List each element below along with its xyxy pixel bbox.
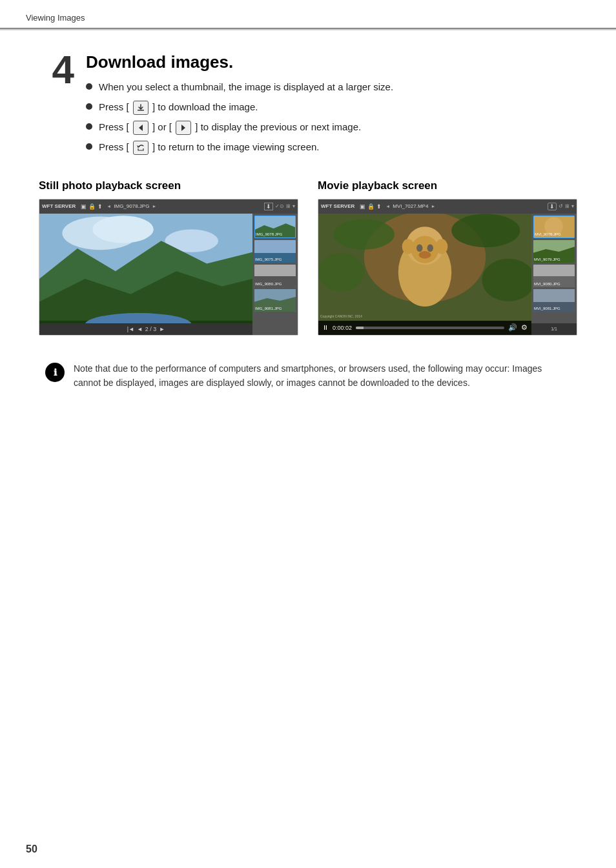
- svg-point-28: [436, 239, 448, 254]
- bullet-text-3: Press [ ] or [ ] to display th: [99, 120, 361, 135]
- still-forward-btn[interactable]: ►: [159, 326, 165, 332]
- bullet-dot: [86, 103, 92, 110]
- movie-screen-image: WFT SERVER ▣ 🔒 ⬆ ◄ MVI_7027.MP4 ► ⬇ ↺ ⊞: [318, 199, 577, 336]
- still-main-content: Copyright CANON INC. 2014 IMG_9078.JPG: [39, 214, 298, 335]
- still-checkmark: ✓⊙: [275, 203, 284, 209]
- movie-nav-right[interactable]: ►: [431, 204, 435, 208]
- movie-toolbar: WFT SERVER ▣ 🔒 ⬆ ◄ MVI_7027.MP4 ► ⬇ ↺ ⊞: [318, 199, 577, 214]
- still-sidebar: IMG_9078.JPG IMG_9075.JPG: [252, 214, 298, 335]
- still-filename: IMG_9078.JPG: [114, 203, 149, 209]
- still-nav-right[interactable]: ►: [152, 204, 156, 208]
- movie-progress-fill: [356, 327, 363, 329]
- still-grid-icon[interactable]: ⊞: [286, 203, 291, 209]
- movie-page-indicator: 1/1: [551, 327, 557, 331]
- note-text: Note that due to the performance of comp…: [74, 361, 571, 390]
- svg-point-31: [318, 253, 364, 291]
- main-content: 4 Download images. When you select a thu…: [0, 30, 616, 409]
- bullet-dot: [86, 123, 92, 130]
- movie-play-btn[interactable]: ⏸: [322, 324, 329, 331]
- movie-thumb-1[interactable]: MVI_9078.JPG: [533, 216, 575, 238]
- movie-screen-block: Movie playback screen WFT SERVER ▣ 🔒 ⬆ ◄…: [318, 179, 577, 336]
- list-item: When you select a thumbnail, the image i…: [86, 80, 577, 95]
- still-toolbar: WFT SERVER ▣ 🔒 ⬆ ◄ IMG_9078.JPG ► ⬇ ✓⊙ ⊞: [39, 199, 298, 214]
- movie-server-label: WFT SERVER: [321, 203, 354, 209]
- still-more-icon[interactable]: ▾: [293, 203, 295, 209]
- still-screen-image: WFT SERVER ▣ 🔒 ⬆ ◄ IMG_9078.JPG ► ⬇ ✓⊙ ⊞: [39, 199, 298, 336]
- thumb-label-3: IMG_9080.JPG: [255, 282, 282, 286]
- movie-toolbar-icon3: ⬆: [376, 203, 382, 210]
- bullet-dot: [86, 143, 92, 150]
- download-button-icon: [133, 101, 149, 115]
- still-screen-title: Still photo playback screen: [39, 179, 298, 192]
- movie-copyright: Copyright CANON INC. 2014: [320, 314, 362, 318]
- bullet-list: When you select a thumbnail, the image i…: [86, 80, 577, 155]
- still-thumb-2[interactable]: IMG_9075.JPG: [254, 240, 296, 263]
- still-toolbar-icon1: ▣: [81, 203, 87, 210]
- note-icon: ℹ: [45, 363, 65, 382]
- svg-point-25: [427, 244, 433, 252]
- movie-refresh-icon[interactable]: ↺: [559, 203, 563, 209]
- bullet-text-1: When you select a thumbnail, the image i…: [99, 80, 393, 95]
- list-item: Press [ ] to return to the image viewing…: [86, 140, 577, 155]
- movie-timecode: 0:00:02: [333, 325, 352, 331]
- return-button-icon: [133, 141, 149, 155]
- movie-more-icon[interactable]: ▾: [571, 203, 574, 209]
- movie-thumb-label-2: MVI_9079.JPG: [534, 257, 560, 261]
- movie-thumb-3[interactable]: MVI_9080.JPG: [533, 265, 575, 287]
- movie-sidebar: MVI_9078.JPG MVI_9079.JPG: [531, 214, 577, 335]
- movie-thumb-2[interactable]: MVI_9079.JPG: [533, 240, 575, 263]
- still-nav-left[interactable]: ◄: [107, 204, 111, 208]
- still-thumb-4[interactable]: IMG_9081.JPG: [254, 289, 296, 312]
- movie-toolbar-icons: ▣ 🔒 ⬆: [360, 203, 382, 210]
- movie-nav-left[interactable]: ◄: [385, 204, 390, 208]
- still-toolbar-icon3: ⬆: [98, 203, 103, 210]
- movie-bottom-controls: 1/1: [531, 323, 577, 335]
- movie-screen-title: Movie playback screen: [318, 179, 577, 192]
- movie-progress-bar[interactable]: [356, 327, 504, 329]
- bullet-dot: [86, 83, 92, 90]
- still-screen-container: WFT SERVER ▣ 🔒 ⬆ ◄ IMG_9078.JPG ► ⬇ ✓⊙ ⊞: [39, 199, 298, 335]
- movie-filename: MVI_7027.MP4: [393, 203, 428, 209]
- movie-toolbar-icon2: 🔒: [367, 203, 375, 210]
- movie-settings-btn[interactable]: ⚙: [521, 323, 528, 332]
- movie-thumb-4[interactable]: MVI_9081.JPG: [533, 289, 575, 312]
- svg-point-5: [93, 216, 154, 243]
- bullet-text-4: Press [ ] to return to the image viewing…: [99, 140, 320, 155]
- movie-grid-icon[interactable]: ⊞: [565, 203, 570, 209]
- note-section: ℹ Note that due to the performance of co…: [39, 361, 577, 390]
- step-number: 4: [39, 50, 74, 90]
- still-download-btn[interactable]: ⬇: [264, 203, 273, 210]
- thumb-label-4: IMG_9081.JPG: [255, 307, 282, 310]
- svg-point-23: [411, 236, 438, 263]
- list-item: Press [ ] or [ ] to display th: [86, 120, 577, 135]
- svg-marker-2: [181, 125, 185, 131]
- header-title: Viewing Images: [26, 13, 85, 23]
- still-page-indicator: 2 / 3: [145, 326, 157, 332]
- still-main-image: Copyright CANON INC. 2014: [39, 214, 252, 335]
- svg-point-29: [334, 219, 395, 249]
- still-bottom-bar: |◄ ◄ 2 / 3 ►: [39, 323, 252, 335]
- step-section: 4 Download images. When you select a thu…: [39, 50, 577, 160]
- thumb-label-1: IMG_9078.JPG: [256, 232, 282, 236]
- thumb-label-2: IMG_9075.JPG: [255, 257, 282, 261]
- svg-point-27: [402, 239, 415, 254]
- movie-controls-bar: ⏸ 0:00:02 🔊 ⚙: [318, 321, 531, 335]
- note-icon-symbol: ℹ: [54, 367, 57, 378]
- prev-button-icon: [133, 121, 149, 135]
- svg-marker-1: [139, 125, 143, 131]
- still-thumb-1[interactable]: IMG_9078.JPG: [254, 216, 296, 238]
- still-screen-block: Still photo playback screen WFT SERVER ▣…: [39, 179, 298, 336]
- still-toolbar-icons: ▣ 🔒 ⬆: [81, 203, 103, 210]
- still-back-btn[interactable]: ◄: [137, 326, 143, 332]
- svg-point-26: [419, 251, 431, 259]
- still-prev-btn[interactable]: |◄: [127, 326, 134, 332]
- page-number: 50: [26, 843, 37, 855]
- still-server-label: WFT SERVER: [42, 203, 76, 209]
- page-header: Viewing Images: [0, 0, 616, 29]
- svg-point-24: [416, 244, 422, 252]
- bullet-text-2: Press [ ] to download the image.: [99, 100, 258, 115]
- still-toolbar-icon2: 🔒: [88, 203, 96, 210]
- still-thumb-3[interactable]: IMG_9080.JPG: [254, 265, 296, 287]
- movie-volume-btn[interactable]: 🔊: [508, 323, 517, 332]
- movie-download-btn[interactable]: ⬇: [548, 203, 557, 210]
